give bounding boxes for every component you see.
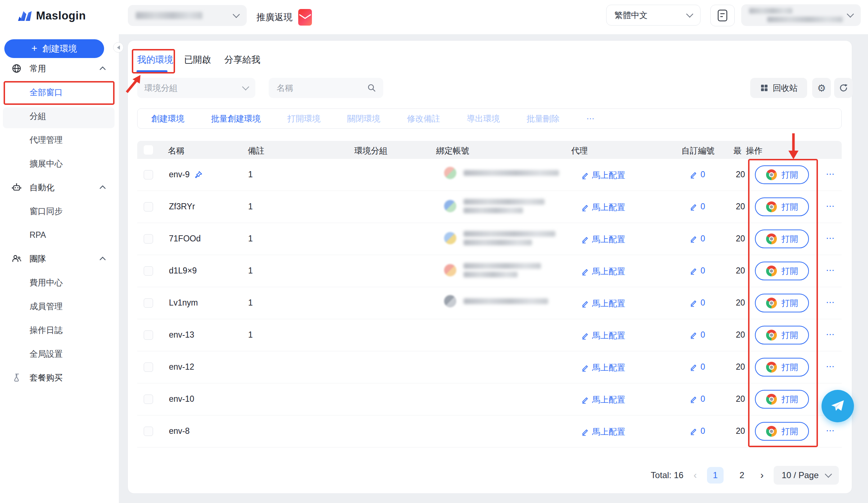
row-more-button[interactable]: ⋯ (826, 201, 835, 211)
action-export-environments[interactable]: 導出環境 (467, 113, 500, 124)
sidebar-item-rpa[interactable]: RPA (0, 226, 119, 244)
workspace-selector[interactable] (128, 5, 247, 26)
open-button[interactable]: 打開 (755, 197, 809, 216)
custom-code-edit[interactable]: 0 (690, 330, 705, 340)
maslogin-logo-icon (17, 9, 32, 23)
open-button[interactable]: 打開 (755, 165, 809, 184)
prev-page-button[interactable]: ‹ (694, 469, 697, 481)
edit-icon (690, 299, 698, 307)
custom-code-edit[interactable]: 0 (690, 298, 705, 308)
sidebar-section-common[interactable]: 常用 (0, 59, 119, 78)
chrome-icon (766, 361, 777, 373)
proxy-configure-link[interactable]: 馬上配置 (581, 170, 625, 181)
sidebar-item-extension-center[interactable]: 擴展中心 (0, 154, 119, 173)
sidebar-item-member-management[interactable]: 成員管理 (0, 297, 119, 316)
proxy-configure-link[interactable]: 馬上配置 (581, 394, 625, 405)
gear-icon: ⚙ (817, 83, 826, 93)
sidebar-item-proxy-management[interactable]: 代理管理 (0, 130, 119, 149)
settings-button[interactable]: ⚙ (812, 78, 831, 98)
row-more-button[interactable]: ⋯ (826, 169, 835, 179)
row-more-button[interactable]: ⋯ (826, 361, 835, 371)
proxy-configure-link[interactable]: 馬上配置 (581, 266, 625, 277)
row-checkbox[interactable] (144, 427, 153, 436)
action-create-environment[interactable]: 創建環境 (151, 113, 184, 124)
action-open-environments[interactable]: 打開環境 (287, 113, 321, 124)
action-batch-delete[interactable]: 批量刪除 (527, 113, 560, 124)
row-more-button[interactable]: ⋯ (826, 426, 835, 436)
open-button[interactable]: 打開 (755, 326, 809, 344)
refresh-button[interactable] (834, 78, 853, 98)
docs-button[interactable] (710, 5, 735, 26)
open-button[interactable]: 打開 (755, 262, 809, 280)
open-button[interactable]: 打開 (755, 390, 809, 409)
recycle-bin-button[interactable]: 回收站 (750, 78, 807, 98)
pin-icon[interactable] (194, 170, 203, 179)
page-button-1[interactable]: 1 (707, 467, 724, 484)
sidebar-item-operation-log[interactable]: 操作日誌 (0, 321, 119, 339)
row-checkbox[interactable] (144, 330, 153, 340)
action-batch-create[interactable]: 批量創建環境 (211, 113, 261, 124)
open-button[interactable]: 打開 (755, 230, 809, 248)
proxy-configure-link[interactable]: 馬上配置 (581, 202, 625, 213)
row-checkbox[interactable] (144, 170, 153, 179)
custom-code-edit[interactable]: 0 (690, 394, 705, 404)
custom-code-edit[interactable]: 0 (690, 170, 705, 179)
col-proxy: 代理 (571, 145, 588, 156)
sidebar-item-window-sync[interactable]: 窗口同步 (0, 202, 119, 221)
tab-my-environments[interactable]: 我的環境 (137, 54, 173, 66)
sidebar-section-team[interactable]: 團隊 (0, 249, 119, 268)
sidebar-item-groups[interactable]: 分組 (0, 107, 119, 125)
edit-icon (581, 428, 589, 436)
sidebar-section-automation[interactable]: 自動化 (0, 178, 119, 197)
custom-code-edit[interactable]: 0 (690, 426, 705, 436)
row-checkbox[interactable] (144, 202, 153, 212)
custom-code-edit[interactable]: 0 (690, 362, 705, 372)
action-more-button[interactable]: ⋯ (586, 114, 595, 124)
custom-code-edit[interactable]: 0 (690, 266, 705, 276)
proxy-configure-link[interactable]: 馬上配置 (581, 362, 625, 373)
tab-shared-with-me[interactable]: 分享給我 (224, 54, 260, 66)
row-more-button[interactable]: ⋯ (826, 297, 835, 307)
environment-name: env-8 (169, 426, 190, 436)
action-edit-note[interactable]: 修改備註 (407, 113, 440, 124)
name-search-input[interactable] (276, 83, 360, 93)
environment-group-select[interactable]: 環境分組 (137, 78, 255, 98)
tab-opened[interactable]: 已開啟 (184, 54, 211, 66)
open-button[interactable]: 打開 (755, 294, 809, 312)
last-open-truncated: 20 (736, 170, 745, 179)
row-more-button[interactable]: ⋯ (826, 233, 835, 243)
telegram-button[interactable] (822, 390, 854, 422)
chevron-up-icon (99, 255, 106, 262)
sidebar-item-all-windows[interactable]: 全部窗口 (0, 83, 119, 102)
proxy-configure-link[interactable]: 馬上配置 (581, 330, 625, 341)
row-more-button[interactable]: ⋯ (826, 265, 835, 275)
page-button-2[interactable]: 2 (734, 467, 750, 484)
sidebar-item-plan-purchase[interactable]: 套餐购买 (0, 368, 119, 387)
sidebar-collapse-button[interactable] (113, 42, 124, 53)
open-button[interactable]: 打開 (755, 358, 809, 377)
open-button[interactable]: 打開 (755, 422, 809, 441)
custom-code-edit[interactable]: 0 (690, 202, 705, 212)
custom-code-edit[interactable]: 0 (690, 234, 705, 244)
next-page-button[interactable]: › (760, 469, 764, 481)
language-selector[interactable]: 繁體中文 (606, 5, 701, 26)
select-all-checkbox[interactable] (144, 145, 153, 155)
note-value: 1 (248, 298, 253, 308)
row-checkbox[interactable] (144, 266, 153, 276)
sidebar-item-billing-center[interactable]: 費用中心 (0, 273, 119, 292)
page-size-select[interactable]: 10 / Page (774, 466, 839, 485)
search-icon[interactable] (367, 84, 376, 92)
user-account-menu[interactable] (741, 4, 861, 26)
proxy-configure-link[interactable]: 馬上配置 (581, 234, 625, 245)
row-checkbox[interactable] (144, 395, 153, 404)
row-more-button[interactable]: ⋯ (826, 329, 835, 339)
row-checkbox[interactable] (144, 298, 153, 308)
proxy-configure-link[interactable]: 馬上配置 (581, 426, 625, 437)
action-close-environments[interactable]: 關閉環境 (347, 113, 380, 124)
row-checkbox[interactable] (144, 362, 153, 372)
create-environment-button[interactable]: + 創建環境 (4, 39, 104, 58)
proxy-configure-link[interactable]: 馬上配置 (581, 298, 625, 309)
promo-link[interactable]: 推廣返現 (256, 0, 312, 34)
row-checkbox[interactable] (144, 234, 153, 244)
sidebar-item-global-settings[interactable]: 全局設置 (0, 344, 119, 363)
